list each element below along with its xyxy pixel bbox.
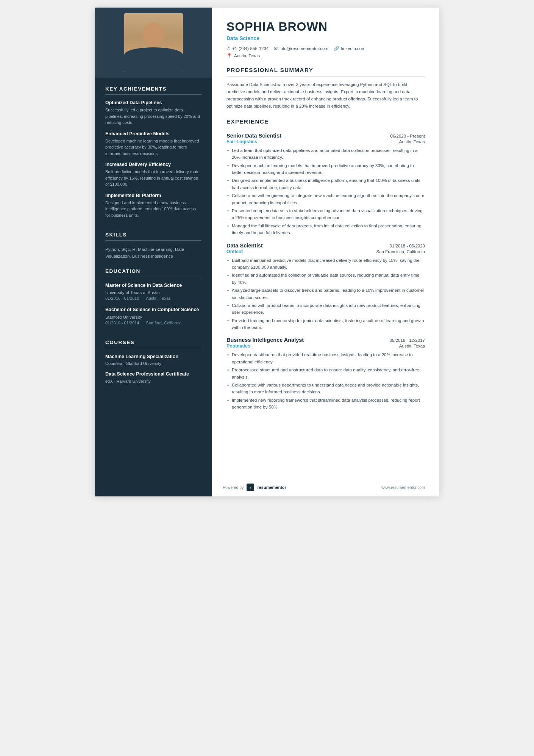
exp-company-row-1: Fair Logistics Austin, Texas <box>226 139 425 144</box>
skills-title: SKILLS <box>105 232 201 241</box>
edu-school-2: Stanford University <box>105 315 201 319</box>
avatar <box>124 13 183 72</box>
skills-text: Python, SQL, R, Machine Learning, Data V… <box>105 246 201 260</box>
contact-phone: ✆ +1-(234)-555-1234 <box>226 46 269 51</box>
linkedin-icon: 🔗 <box>334 46 339 51</box>
achievement-item: Enhanced Predictive Models Developed mac… <box>105 131 201 157</box>
exp-location-2: San Francisco, California <box>376 249 425 254</box>
achievement-item: Implemented BI Platform Designed and imp… <box>105 193 201 219</box>
edu-date-1: 01/2016 - 01/2018 <box>105 296 139 301</box>
linkedin-value: linkedin.com <box>341 46 365 51</box>
photo-area <box>95 8 212 78</box>
exp-company-3: Postmates <box>226 343 250 349</box>
course-title-1: Machine Learning Specialization <box>105 354 201 360</box>
exp-job-title-2: Data Scientist <box>226 243 263 249</box>
achievement-item: Optimized Data Pipelines Successfully le… <box>105 100 201 126</box>
achievements-section: KEY ACHIEVEMENTS Optimized Data Pipeline… <box>95 78 212 224</box>
bullet: Led a team that optimized data pipelines… <box>226 147 425 161</box>
education-title: EDUCATION <box>105 268 201 277</box>
exp-bullets-3: Developed dashboards that provided real-… <box>226 351 425 410</box>
exp-location-1: Austin, Texas <box>399 139 425 144</box>
experience-divider <box>226 128 425 128</box>
achievement-desc-4: Designed and implemented a new business … <box>105 200 201 219</box>
bullet: Identified and automated the collection … <box>226 272 425 286</box>
phone-icon: ✆ <box>226 46 230 51</box>
bullet: Built and maintained predictive models t… <box>226 257 425 271</box>
achievement-title-4: Implemented BI Platform <box>105 193 201 198</box>
experience-title: EXPERIENCE <box>226 118 425 125</box>
summary-divider <box>226 76 425 77</box>
sidebar: KEY ACHIEVEMENTS Optimized Data Pipeline… <box>95 8 212 496</box>
footer-website: www.resumementor.com <box>381 485 425 490</box>
location-icon: 📍 <box>226 53 232 58</box>
bullet: Designed and implemented a business inte… <box>226 177 425 191</box>
exp-dates-3: 05/2016 - 12/2017 <box>390 338 425 343</box>
bullet: Collaborated with engineering to integra… <box>226 192 425 206</box>
exp-job-title-1: Senior Data Scientist <box>226 133 281 139</box>
achievement-item: Increased Delivery Efficiency Built pred… <box>105 162 201 188</box>
exp-header-1: Senior Data Scientist 06/2020 - Present <box>226 133 425 139</box>
edu-location-1: Austin, Texas <box>146 296 170 301</box>
contact-email: ✉ info@resumementor.com <box>274 46 328 51</box>
achievement-title-2: Enhanced Predictive Models <box>105 131 201 136</box>
exp-bullets-2: Built and maintained predictive models t… <box>226 257 425 331</box>
brand-name: resumementor <box>257 485 286 490</box>
main-content: SOPHIA BROWN Data Science ✆ +1-(234)-555… <box>212 8 439 478</box>
exp-company-2: Onfleet <box>226 249 243 254</box>
exp-header-2: Data Scientist 01/2018 - 05/2020 <box>226 243 425 249</box>
bullet: Collaborated with various departments to… <box>226 382 425 396</box>
bullet: Provided training and mentorship for jun… <box>226 317 425 331</box>
course-item-1: Machine Learning Specialization Coursera… <box>105 354 201 366</box>
powered-by-label: Powered by <box>223 485 244 490</box>
person-title: Data Science <box>226 35 425 41</box>
course-title-2: Data Science Professional Certificate <box>105 371 201 378</box>
email-icon: ✉ <box>274 46 278 51</box>
course-provider-1: Coursera - Stanford University <box>105 361 201 366</box>
exp-company-1: Fair Logistics <box>226 139 257 144</box>
location-value: Austin, Texas <box>234 53 260 58</box>
education-item-1: Master of Science in Data Science Univer… <box>105 282 201 301</box>
bullet: Presented complex data sets to stakehold… <box>226 207 425 221</box>
footer-brand-area: Powered by r resumementor <box>223 484 286 491</box>
contact-linkedin: 🔗 linkedin.com <box>334 46 365 51</box>
bullet: Preprocessed structured and unstructured… <box>226 366 425 380</box>
bullet: Implemented new reporting frameworks tha… <box>226 397 425 411</box>
bullet: Managed the full lifecycle of data proje… <box>226 222 425 236</box>
contact-location: 📍 Austin, Texas <box>226 53 425 58</box>
summary-text: Passionate Data Scientist with over 3 ye… <box>226 81 425 110</box>
edu-date-loc-2: 01/2010 - 01/2014 Stanford, California <box>105 321 201 325</box>
summary-title: PROFESSIONAL SUMMARY <box>226 67 425 73</box>
achievement-desc-1: Successfully led a project to optimize d… <box>105 107 201 126</box>
exp-dates-2: 01/2018 - 05/2020 <box>390 244 425 248</box>
education-section: EDUCATION Master of Science in Data Scie… <box>95 260 212 331</box>
edu-date-loc-1: 01/2016 - 01/2018 Austin, Texas <box>105 296 201 301</box>
exp-job-title-3: Business Intelligence Analyst <box>226 337 304 343</box>
contact-row: ✆ +1-(234)-555-1234 ✉ info@resumementor.… <box>226 46 425 51</box>
exp-company-row-3: Postmates Austin, Texas <box>226 343 425 349</box>
edu-degree-1: Master of Science in Data Science <box>105 282 201 289</box>
courses-section: COURSES Machine Learning Specialization … <box>95 331 212 389</box>
person-name: SOPHIA BROWN <box>226 20 425 34</box>
exp-location-3: Austin, Texas <box>399 344 425 348</box>
achievement-title-1: Optimized Data Pipelines <box>105 100 201 105</box>
exp-bullets-1: Led a team that optimized data pipelines… <box>226 147 425 236</box>
bullet: Collaborated with product teams to incor… <box>226 302 425 316</box>
education-item-2: Bachelor of Science in Computer Science … <box>105 307 201 325</box>
skills-section: SKILLS Python, SQL, R, Machine Learning,… <box>95 224 212 260</box>
course-provider-2: edX - Harvard University <box>105 379 201 383</box>
exp-dates-1: 06/2020 - Present <box>390 134 425 138</box>
achievement-desc-3: Built predictive models that improved de… <box>105 169 201 188</box>
course-item-2: Data Science Professional Certificate ed… <box>105 371 201 383</box>
brand-logo-icon: r <box>247 484 254 491</box>
resume-footer: Powered by r resumementor www.resumement… <box>212 478 439 496</box>
bullet: Developed machine learning models that i… <box>226 162 425 176</box>
email-value: info@resumementor.com <box>279 46 328 51</box>
edu-degree-2: Bachelor of Science in Computer Science <box>105 307 201 313</box>
bullet: Developed dashboards that provided real-… <box>226 351 425 365</box>
edu-location-2: Stanford, California <box>146 321 181 325</box>
phone-value: +1-(234)-555-1234 <box>232 46 269 51</box>
achievement-title-3: Increased Delivery Efficiency <box>105 162 201 167</box>
exp-company-row-2: Onfleet San Francisco, California <box>226 249 425 254</box>
achievements-title: KEY ACHIEVEMENTS <box>105 86 201 95</box>
bullet: Analyzed large datasets to discover tren… <box>226 287 425 301</box>
